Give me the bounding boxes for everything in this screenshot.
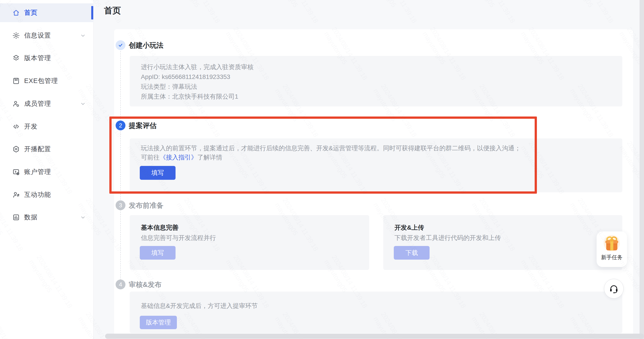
app-window: 首页 信息设置 版本管理 EXE包管理 成员管理 开发 [0, 0, 644, 339]
dev-upload-desc: 下载开发者工具进行代码的开发和上传 [394, 233, 501, 243]
step2-fill-button[interactable]: 填写 [140, 166, 176, 180]
step2-number-circle: 2 [116, 120, 126, 130]
step2-link-prefix: 可前往 [141, 154, 160, 161]
sidebar: 首页 信息设置 版本管理 EXE包管理 成员管理 开发 [0, 0, 94, 339]
sidebar-item-4[interactable]: EXE包管理 [0, 72, 94, 90]
code-icon [12, 122, 20, 130]
layers-icon [12, 54, 20, 62]
step2-desc-line2: 可前往《接入指引》了解详情 [141, 152, 222, 162]
step1-line-type: 玩法类型：弹幕玩法 [141, 82, 197, 92]
step1-panel: 进行小玩法主体入驻，完成入驻资质审核 AppID: ks656681124181… [130, 56, 622, 106]
page-title: 首页 [104, 5, 121, 16]
horizontal-scrollbar[interactable] [105, 334, 644, 339]
step3-dev-upload-card: 开发&上传 下载开发者工具进行代码的开发和上传 下载 [383, 215, 622, 270]
newbie-task-label: 新手任务 [596, 254, 627, 261]
step4-title: 审核&发布 [129, 280, 162, 290]
step1-line-entity: 所属主体：北京快手科技有限公司1 [141, 92, 238, 102]
step3-basic-info-card: 基本信息完善 信息完善可与开发流程并行 填写 [130, 215, 369, 270]
account-icon [12, 168, 20, 176]
step1-check-circle [116, 40, 126, 50]
step4-panel: 基础信息&开发完成后，方可进入提审环节 版本管理 [130, 292, 622, 333]
sidebar-item-3[interactable]: 版本管理 [0, 49, 94, 68]
chevron-down-icon [80, 33, 86, 38]
sidebar-item-7[interactable]: 开播配置 [0, 140, 94, 158]
vertical-scrollbar[interactable] [640, 0, 644, 339]
step2-desc-line1: 玩法接入的前置环节，提案通过后，才能进行后续的信息完善、开发&运营管理等流程。同… [141, 143, 521, 153]
sidebar-item-10[interactable]: 数据 [0, 208, 94, 227]
check-icon [118, 43, 123, 48]
basic-info-title: 基本信息完善 [141, 223, 178, 232]
dev-upload-title: 开发&上传 [394, 223, 424, 232]
step1-line-entry: 进行小玩法主体入驻，完成入驻资质审核 [141, 62, 254, 72]
step3-title: 发布前准备 [129, 200, 164, 210]
step2-title: 提案评估 [129, 121, 156, 130]
step2-link-suffix: 了解详情 [197, 154, 222, 161]
basic-info-desc: 信息完善可与开发流程并行 [141, 233, 216, 243]
step3-number-circle: 3 [116, 200, 126, 210]
sidebar-item-2[interactable]: 信息设置 [0, 26, 94, 45]
package-icon [12, 77, 20, 85]
chevron-down-icon [80, 214, 86, 220]
sidebar-item-8[interactable]: 账户管理 [0, 162, 94, 181]
home-icon [12, 9, 20, 17]
download-button[interactable]: 下载 [394, 246, 430, 260]
broadcast-icon [12, 145, 20, 153]
headset-icon [609, 284, 619, 294]
customer-support-button[interactable] [604, 279, 624, 298]
sidebar-item-1[interactable]: 首页 [0, 3, 94, 22]
step-connector-line [120, 51, 121, 280]
chevron-down-icon [80, 101, 86, 107]
interaction-icon [12, 191, 20, 199]
step4-desc: 基础信息&开发完成后，方可进入提审环节 [141, 301, 258, 311]
version-manage-button[interactable]: 版本管理 [140, 316, 177, 329]
basic-info-fill-button[interactable]: 填写 [140, 246, 176, 260]
step1-title: 创建小玩法 [129, 40, 164, 50]
data-icon [12, 213, 20, 222]
sidebar-item-9[interactable]: 互动功能 [0, 186, 94, 204]
sidebar-item-6[interactable]: 开发 [0, 117, 94, 136]
members-icon [12, 100, 20, 108]
step2-panel: 玩法接入的前置环节，提案通过后，才能进行后续的信息完善、开发&运营管理等流程。同… [130, 138, 622, 192]
gift-icon [602, 233, 622, 254]
sidebar-item-5[interactable]: 成员管理 [0, 94, 94, 113]
active-indicator-bar [91, 6, 93, 20]
access-guide-link[interactable]: 《接入指引》 [160, 154, 197, 161]
step4-number-circle: 4 [116, 280, 126, 289]
newbie-task-widget[interactable]: 新手任务 [596, 232, 627, 267]
gear-icon [12, 32, 20, 40]
step1-line-appid: AppID: ks656681124181923353 [141, 72, 230, 82]
